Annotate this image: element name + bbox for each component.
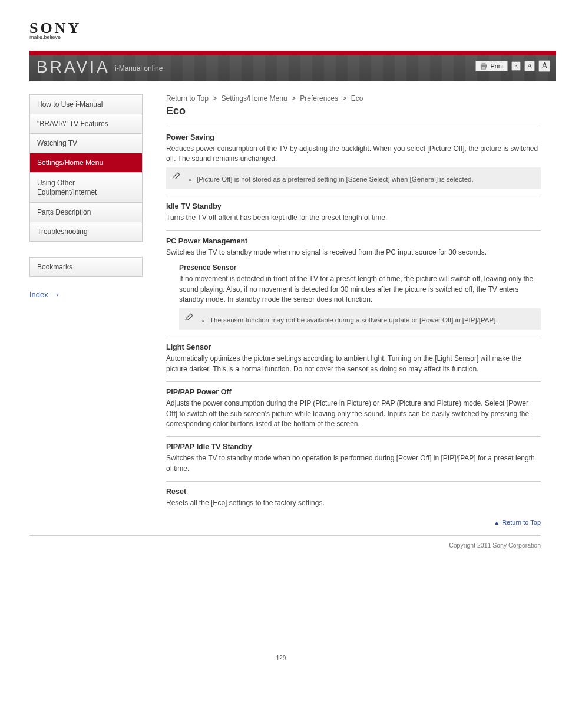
section-pip-power-off: PIP/PAP Power Off Adjusts the power cons… xyxy=(166,381,541,436)
section-title: Reset xyxy=(166,487,541,496)
font-size-large-button[interactable]: A xyxy=(538,60,550,72)
section-title: Power Saving xyxy=(166,133,541,141)
sidebar: How to Use i-Manual "BRAVIA" TV Features… xyxy=(29,94,143,533)
nav-menu: How to Use i-Manual "BRAVIA" TV Features… xyxy=(29,94,143,242)
svg-rect-2 xyxy=(482,67,486,68)
section-title: PIP/PAP Power Off xyxy=(166,388,541,396)
chevron-up-icon: ▲ xyxy=(494,519,500,526)
nav-watching-tv[interactable]: Watching TV xyxy=(30,134,142,153)
i-manual-link[interactable]: i-Manual online xyxy=(115,64,163,73)
section-body: Switches the TV to standby mode when no … xyxy=(166,453,541,474)
crumb-preferences[interactable]: Preferences xyxy=(300,94,338,103)
section-pip-idle: PIP/PAP Idle TV Standby Switches the TV … xyxy=(166,436,541,481)
note-block: The sensor function may not be available… xyxy=(179,308,541,330)
arrow-right-icon: → xyxy=(52,290,60,299)
header-bar: BRAVIA i-Manual online Print A A A xyxy=(0,51,562,81)
section-body: Turns the TV off after it has been kept … xyxy=(166,213,541,223)
section-title: PC Power Management xyxy=(166,237,541,245)
section-title: PIP/PAP Idle TV Standby xyxy=(166,443,541,451)
section-body: Adjusts the power consumption during the… xyxy=(166,398,541,429)
breadcrumb: Return to Top > Settings/Home Menu > Pre… xyxy=(166,94,541,103)
crumb-top[interactable]: Return to Top xyxy=(166,94,209,103)
copyright: Copyright 2011 Sony Corporation xyxy=(29,535,541,549)
bravia-header: BRAVIA i-Manual online Print A A A xyxy=(29,55,556,81)
accent-strip xyxy=(29,51,556,55)
section-title: Light Sensor xyxy=(166,343,541,351)
bravia-wordmark: BRAVIA xyxy=(37,58,110,77)
return-to-top: ▲Return to Top xyxy=(166,515,541,533)
section-body: Automatically optimizes the picture sett… xyxy=(166,354,541,374)
note-block: [Picture Off] is not stored as a preferr… xyxy=(166,167,541,189)
section-power-saving: Power Saving Reduces power consumption o… xyxy=(166,127,541,196)
main-content: Return to Top > Settings/Home Menu > Pre… xyxy=(166,94,541,533)
nav-bookmarks[interactable]: Bookmarks xyxy=(29,257,143,277)
note-icon xyxy=(185,312,194,321)
nav-bravia-features[interactable]: "BRAVIA" TV Features xyxy=(30,114,142,134)
svg-rect-1 xyxy=(482,62,486,64)
section-title: Idle TV Standby xyxy=(166,202,541,210)
brand-tagline: make.believe xyxy=(29,34,562,40)
return-to-top-label: Return to Top xyxy=(502,519,541,526)
section-body: Switches the TV to standby mode when no … xyxy=(166,248,541,258)
index-link-label: Index xyxy=(29,290,48,299)
page-number: 129 xyxy=(0,655,562,673)
crumb-sep: > xyxy=(342,94,346,103)
brand-logo: SONY xyxy=(29,24,562,33)
section-pc-power: PC Power Management Switches the TV to s… xyxy=(166,230,541,337)
nav-troubleshooting[interactable]: Troubleshooting xyxy=(30,222,142,241)
section-light-sensor: Light Sensor Automatically optimizes the… xyxy=(166,337,541,381)
logo-area: SONY make.believe xyxy=(0,0,562,51)
page-title: Eco xyxy=(166,105,541,117)
nav-settings-home[interactable]: Settings/Home Menu xyxy=(30,153,142,173)
nav-how-to-use[interactable]: How to Use i-Manual xyxy=(30,95,142,114)
subsection-presence-sensor: Presence Sensor If no movement is detect… xyxy=(179,263,541,330)
crumb-sep: > xyxy=(213,94,217,103)
section-reset: Reset Resets all the [Eco] settings to t… xyxy=(166,481,541,515)
section-body: Reduces power consumption of the TV by a… xyxy=(166,144,541,164)
index-link[interactable]: Index → xyxy=(29,290,60,299)
note-icon xyxy=(172,171,181,180)
note-text: [Picture Off] is not stored as a preferr… xyxy=(197,176,535,183)
nav-parts-description[interactable]: Parts Description xyxy=(30,203,142,222)
return-to-top-link[interactable]: ▲Return to Top xyxy=(494,519,541,526)
nav-other-equipment[interactable]: Using Other Equipment/Internet xyxy=(30,173,142,203)
font-size-small-button[interactable]: A xyxy=(511,61,521,71)
crumb-settings[interactable]: Settings/Home Menu xyxy=(222,94,287,103)
crumb-eco: Eco xyxy=(351,94,363,103)
section-idle-standby: Idle TV Standby Turns the TV off after i… xyxy=(166,196,541,230)
note-text: The sensor function may not be available… xyxy=(210,317,535,324)
print-icon xyxy=(480,62,488,70)
section-body: Resets all the [Eco] settings to the fac… xyxy=(166,498,541,508)
subsection-title: Presence Sensor xyxy=(179,263,541,272)
print-button[interactable]: Print xyxy=(475,61,508,71)
subsection-body: If no movement is detected in front of t… xyxy=(179,274,541,305)
print-label: Print xyxy=(490,62,504,70)
crumb-sep: > xyxy=(292,94,296,103)
header-tools: Print A A A xyxy=(475,60,550,72)
font-size-medium-button[interactable]: A xyxy=(524,61,535,71)
